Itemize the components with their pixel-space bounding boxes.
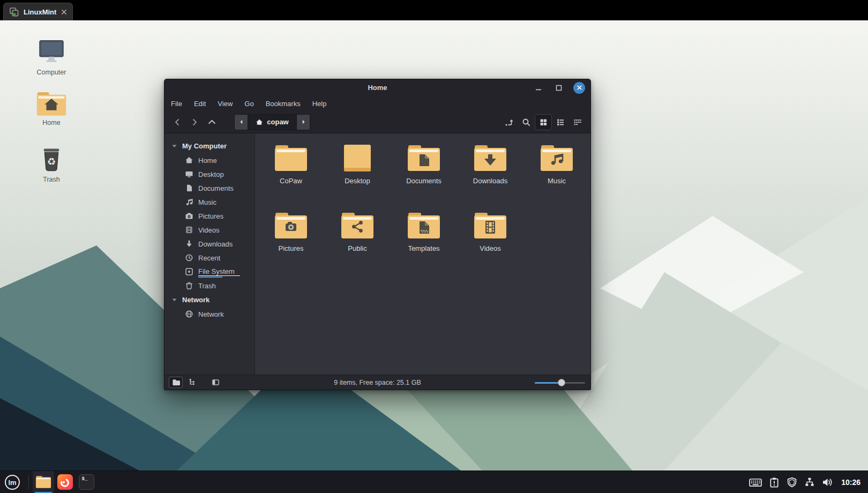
sidebar-item-network[interactable]: Network bbox=[164, 307, 255, 321]
file-item-copaw[interactable]: CoPaw bbox=[258, 141, 324, 208]
sidebar-item-downloads[interactable]: Downloads bbox=[164, 237, 255, 251]
sidebar-item-pictures[interactable]: Pictures bbox=[164, 209, 255, 223]
desktop: Computer Home Trash Home bbox=[0, 20, 868, 470]
back-button[interactable] bbox=[169, 114, 186, 130]
search-button[interactable] bbox=[518, 114, 535, 130]
breadcrumb-current[interactable]: copaw bbox=[248, 115, 297, 130]
toggle-location-entry-button[interactable] bbox=[500, 114, 518, 130]
sidebar-item-desktop[interactable]: Desktop bbox=[164, 167, 255, 181]
list-view-icon bbox=[556, 118, 565, 126]
menu-bookmarks[interactable]: Bookmarks bbox=[266, 100, 301, 108]
sidebar-item-label: Trash bbox=[198, 282, 216, 290]
update-manager-icon[interactable] bbox=[769, 477, 780, 488]
expander-icon[interactable] bbox=[171, 143, 178, 150]
computer-icon bbox=[36, 36, 66, 66]
volume-icon[interactable] bbox=[822, 477, 833, 488]
menu-help[interactable]: Help bbox=[312, 100, 327, 108]
file-label: Music bbox=[548, 177, 566, 185]
breadcrumb-next-button[interactable] bbox=[297, 115, 310, 130]
location-entry-icon bbox=[505, 118, 513, 126]
file-item-pictures[interactable]: Pictures bbox=[258, 208, 324, 276]
forward-button[interactable] bbox=[186, 114, 203, 130]
status-summary: 9 items, Free space: 25.1 GB bbox=[164, 379, 590, 386]
sidebar-item-videos[interactable]: Videos bbox=[164, 223, 255, 237]
download-icon bbox=[185, 240, 193, 248]
clock[interactable]: 10:26 bbox=[841, 478, 860, 487]
maximize-button[interactable] bbox=[553, 82, 565, 94]
window-titlebar[interactable]: Home bbox=[164, 79, 590, 96]
file-manager-icon bbox=[35, 475, 51, 489]
desktop-icon-computer[interactable]: Computer bbox=[24, 36, 79, 76]
remote-session-tab[interactable]: LinuxMint bbox=[3, 3, 73, 20]
camera-icon bbox=[185, 212, 193, 220]
taskbar-separator bbox=[28, 475, 29, 489]
taskbar: lm $_ 10:26 bbox=[0, 470, 868, 493]
sidebar-item-home[interactable]: Home bbox=[164, 153, 255, 167]
up-button[interactable] bbox=[203, 114, 220, 130]
sidebar-section-network[interactable]: Network bbox=[164, 293, 255, 307]
sidebar-item-label: Videos bbox=[198, 226, 220, 234]
pictures-folder-icon bbox=[274, 212, 308, 240]
public-folder-icon bbox=[340, 212, 375, 240]
desktop-icon bbox=[185, 170, 193, 178]
sidebar-section-label: My Computer bbox=[182, 142, 227, 150]
minimize-button[interactable] bbox=[533, 82, 544, 94]
file-item-downloads[interactable]: Downloads bbox=[457, 141, 523, 208]
menu-go[interactable]: Go bbox=[244, 100, 253, 108]
file-item-public[interactable]: Public bbox=[324, 208, 391, 276]
chevron-right-icon bbox=[301, 119, 306, 125]
mint-menu-button[interactable]: lm bbox=[0, 471, 25, 493]
sidebar-item-documents[interactable]: Documents bbox=[164, 181, 255, 195]
slider-fill bbox=[535, 382, 560, 384]
statusbar: 9 items, Free space: 25.1 GB bbox=[164, 375, 590, 390]
desktop-icon-label: Computer bbox=[37, 69, 66, 76]
disk-icon bbox=[185, 267, 193, 276]
trash-icon bbox=[185, 281, 193, 290]
expander-icon[interactable] bbox=[171, 296, 178, 303]
keyboard-indicator-icon[interactable] bbox=[749, 477, 762, 488]
toolbar: copaw bbox=[164, 111, 590, 133]
sidebar-section-label: Network bbox=[182, 296, 209, 304]
documents-folder-icon bbox=[407, 144, 441, 172]
menu-view[interactable]: View bbox=[218, 100, 233, 108]
sidebar-item-recent[interactable]: Recent bbox=[164, 251, 255, 265]
close-button[interactable] bbox=[573, 82, 585, 94]
taskbar-app-files[interactable] bbox=[33, 471, 54, 493]
slider-handle[interactable] bbox=[558, 379, 565, 386]
sidebar-item-music[interactable]: Music bbox=[164, 195, 255, 209]
terminal-icon: $_ bbox=[79, 474, 94, 490]
remote-tab-bar: LinuxMint bbox=[0, 0, 868, 20]
breadcrumb: copaw bbox=[234, 114, 310, 130]
file-item-music[interactable]: Music bbox=[523, 141, 590, 208]
file-item-documents[interactable]: Documents bbox=[391, 141, 457, 208]
sidebar-item-file-system[interactable]: File System bbox=[164, 265, 255, 279]
menubar: File Edit View Go Bookmarks Help bbox=[164, 96, 590, 111]
videos-folder-icon bbox=[473, 212, 507, 240]
tab-title: LinuxMint bbox=[24, 8, 56, 16]
firewall-shield-icon[interactable] bbox=[787, 477, 797, 488]
compact-view-button[interactable] bbox=[569, 114, 586, 130]
desktop-icon-trash[interactable]: Trash bbox=[24, 145, 79, 183]
folder-icon bbox=[274, 144, 308, 172]
icon-view-button[interactable] bbox=[535, 114, 552, 130]
tab-close-icon[interactable] bbox=[61, 9, 68, 16]
file-item-templates[interactable]: Templates bbox=[391, 208, 457, 276]
desktop-icon-home[interactable]: Home bbox=[24, 91, 79, 126]
system-tray: 10:26 bbox=[749, 477, 868, 488]
sidebar-item-trash[interactable]: Trash bbox=[164, 279, 255, 293]
taskbar-app-terminal[interactable]: $_ bbox=[76, 471, 97, 493]
file-item-desktop[interactable]: Desktop bbox=[324, 141, 391, 208]
menu-edit[interactable]: Edit bbox=[194, 100, 206, 108]
menu-file[interactable]: File bbox=[171, 100, 182, 108]
list-view-button[interactable] bbox=[552, 114, 569, 130]
file-label: Public bbox=[348, 244, 366, 252]
file-item-videos[interactable]: Videos bbox=[457, 208, 523, 276]
zoom-slider[interactable] bbox=[535, 375, 585, 390]
taskbar-app-firefox[interactable] bbox=[54, 471, 76, 493]
breadcrumb-prev-button[interactable] bbox=[235, 115, 248, 130]
network-icon[interactable] bbox=[804, 477, 815, 488]
sidebar-section-my-computer[interactable]: My Computer bbox=[164, 139, 255, 153]
search-icon bbox=[522, 118, 530, 126]
chevron-left-icon bbox=[238, 119, 244, 125]
templates-folder-icon bbox=[407, 212, 441, 240]
